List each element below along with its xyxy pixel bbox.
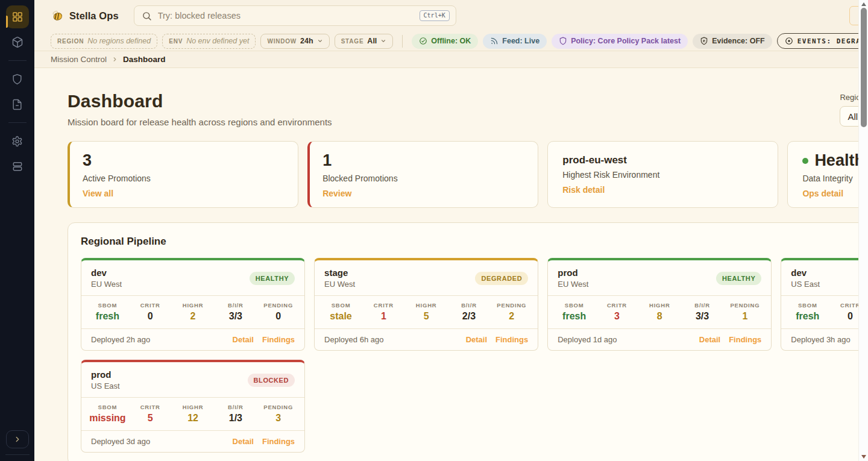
check-circle-icon [419,37,427,45]
sidebar-item-infrastructure[interactable] [6,155,29,178]
stat-label: B/I/R [448,302,491,309]
app-logo[interactable]: Stella Ops [51,9,119,22]
bee-logo-icon [51,9,64,22]
panel-title: Regional Pipeline [81,236,166,248]
highest-risk-card: prod-eu-west Highest Risk Environment Ri… [547,141,778,208]
events-status-badge[interactable]: EVENTS: DEGRADED [777,33,868,49]
feed-status-pill[interactable]: Feed: Live [483,34,547,49]
env-stats: SBOMmissing CRITR5 HIGHR12 B/I/R1/3 PEND… [81,397,304,431]
search-icon [142,11,152,21]
env-card-header: dev EU West HEALTHY [81,260,304,295]
findings-link[interactable]: Findings [262,437,295,446]
chevron-down-icon [380,38,386,44]
status-badge: HEALTHY [716,272,761,285]
policy-status-pill[interactable]: Policy: Core Policy Pack latest [552,34,688,49]
detail-link[interactable]: Detail [233,437,254,446]
blocked-promotions-card: 1 Blocked Promotions Review [307,141,538,208]
region-context-chip[interactable]: REGION No regions defined [51,34,157,49]
env-card-dev-us-east: dev US East HEALTHY SBOMfresh CRITR0 HIG… [781,258,868,351]
policy-status-text: Policy: Core Policy Pack latest [571,37,681,45]
stat-label: PENDING [490,302,533,309]
sidebar-expand-button[interactable] [6,430,29,448]
pending-value: 1 [724,311,767,322]
stat-label: CRITR [129,404,172,410]
env-card-footer: Deployed 2h ago DetailFindings [81,329,304,350]
review-link[interactable]: Review [322,189,523,198]
detail-link[interactable]: Detail [233,335,254,344]
risk-detail-link[interactable]: Risk detail [562,185,763,195]
stat-label: SBOM [786,302,829,309]
sidebar-item-releases[interactable] [6,31,29,54]
bir-value: 3/3 [214,311,257,322]
blocked-promotions-label: Blocked Promotions [322,174,523,183]
env-card-footer: Deployed 1d ago DetailFindings [548,329,771,350]
env-name: dev [791,268,820,278]
topbar: Stella Ops Ctrl+K CREATE RELEASE admin [34,0,868,31]
env-card-header: stage EU West DEGRADED [315,260,538,295]
search-input[interactable] [158,11,414,20]
findings-link[interactable]: Findings [495,335,528,344]
view-all-link[interactable]: View all [83,189,283,198]
chevron-right-icon [13,435,22,444]
stat-label: PENDING [257,302,300,309]
sbom-value: missing [86,413,129,424]
search-bar[interactable]: Ctrl+K [134,5,456,26]
sidebar-item-dashboard[interactable] [6,5,29,28]
active-promotions-label: Active Promotions [83,174,283,183]
window-context-chip[interactable]: WINDOW 24h [260,34,329,49]
feed-status-text: Feed: Live [502,37,539,45]
chevron-right-icon [112,56,118,63]
findings-link[interactable]: Findings [262,335,295,344]
page-title-block: Dashboard Mission board for release heal… [68,91,332,127]
stat-label: B/I/R [214,404,257,410]
sidebar-item-security[interactable] [6,67,29,90]
chevron-down-icon [317,38,323,44]
env-name: prod [91,369,120,380]
file-icon [11,99,23,110]
env-card-header: prod EU West HEALTHY [548,260,771,295]
stat-label: PENDING [257,404,300,410]
offline-status-pill[interactable]: Offline: OK [412,34,478,49]
highr-value: 5 [405,311,448,322]
stat-label: HIGHR [172,404,215,410]
page-header: Dashboard Mission board for release heal… [68,91,868,127]
stage-context-chip[interactable]: STAGE All [335,34,394,49]
status-badge: BLOCKED [248,374,295,387]
env-card-footer: Deployed 3d ago DetailFindings [81,431,304,452]
environment-grid: dev EU West HEALTHY SBOMfresh CRITR0 HIG… [81,258,868,453]
detail-link[interactable]: Detail [699,335,720,344]
sbom-value: fresh [553,311,596,322]
sidebar-item-settings[interactable] [6,130,29,152]
breadcrumb-parent[interactable]: Mission Control [51,55,107,64]
env-name: prod [558,268,588,278]
highest-risk-env-name: prod-eu-west [562,152,763,166]
detail-link[interactable]: Detail [466,335,487,344]
sidebar-divider [8,60,27,61]
bir-value: 3/3 [681,311,724,322]
findings-link[interactable]: Findings [729,335,761,344]
env-name: dev [91,268,122,278]
evidence-status-pill[interactable]: Evidence: OFF [693,34,772,49]
status-badge: HEALTHY [250,272,295,285]
pending-value: 2 [490,311,533,322]
deployed-text: Deployed 6h ago [324,335,383,344]
shield-icon [11,74,23,85]
env-context-chip[interactable]: ENV No env defined yet [162,34,256,49]
stat-label: CRITR [596,302,638,309]
stat-label: HIGHR [172,302,215,309]
env-chip-value: No env defined yet [186,37,249,45]
env-card-prod-eu-west: prod EU West HEALTHY SBOMfresh CRITR3 HI… [547,258,772,351]
highr-value: 12 [172,413,215,424]
pending-value: 0 [257,311,300,322]
env-region: EU West [558,280,588,289]
scroll-down-arrow[interactable] [861,455,866,459]
active-indicator [6,16,8,28]
scrollbar-thumb[interactable] [861,8,867,127]
stage-chip-value: All [367,37,377,45]
page-scrollbar[interactable] [858,0,868,461]
scroll-up-arrow[interactable] [861,2,866,6]
sidebar-item-documents[interactable] [6,93,29,116]
breadcrumb: Mission Control Dashboard [34,51,868,68]
page-content: Dashboard Mission board for release heal… [34,68,868,461]
window-chip-label: WINDOW [267,38,297,45]
